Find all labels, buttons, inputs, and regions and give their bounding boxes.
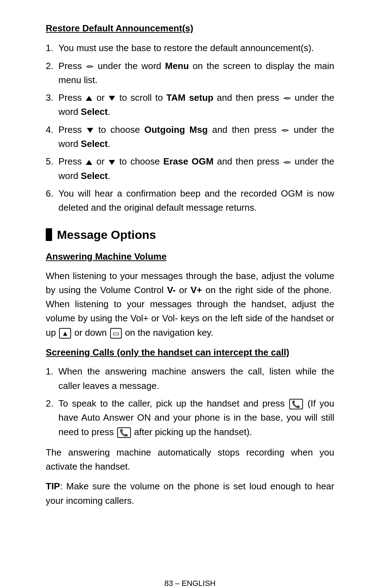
step-5-num: 5. [46, 154, 58, 168]
select-button-icon-4 [281, 129, 289, 131]
v-minus: V- [167, 285, 176, 295]
step-4-bold2: Select [81, 138, 108, 149]
step-6-num: 6. [46, 186, 58, 200]
answering-machine-volume-paragraph: When listening to your messages through … [46, 269, 334, 340]
step-3-content: Press or to scroll to TAM setup and then… [58, 91, 334, 119]
restore-step-5: 5. Press or to choose Erase OGM and then… [46, 154, 334, 183]
up-arrow-icon-5 [86, 160, 92, 165]
tip-paragraph: TIP: Make sure the volume on the phone i… [46, 479, 334, 508]
tip-label: TIP [46, 481, 60, 491]
restore-step-3: 3. Press or to scroll to TAM setup and t… [46, 91, 334, 119]
step-3-bold2: Select [81, 106, 108, 117]
step-1-content: You must use the base to restore the def… [58, 41, 334, 55]
screening-calls-title: Screening Calls (only the handset can in… [46, 345, 334, 359]
down-nav-icon: ▭ [110, 328, 122, 339]
screening-step-2-num: 2. [46, 396, 58, 410]
select-button-icon-5 [284, 161, 291, 163]
up-arrow-icon [86, 96, 92, 101]
menu-button-icon [86, 66, 93, 68]
restore-step-4: 4. Press to choose Outgoing Msg and then… [46, 123, 334, 151]
step-5-content: Press or to choose Erase OGM and then pr… [58, 154, 334, 183]
talk-button-icon-2: 📞 [117, 427, 131, 438]
screening-step-1-num: 1. [46, 364, 58, 378]
footer-text: 83 – ENGLISH [164, 579, 216, 588]
select-button-icon-3 [284, 97, 291, 99]
tip-text: : Make sure the volume on the phone is s… [46, 481, 334, 506]
step-1-num: 1. [46, 41, 58, 55]
message-options-header: Message Options [46, 225, 334, 244]
down-arrow-icon [109, 96, 115, 101]
step-3-num: 3. [46, 91, 58, 105]
talk-button-icon: 📞 [289, 399, 303, 409]
restore-section-title: Restore Default Announcement(s) [46, 21, 334, 35]
step-4-num: 4. [46, 123, 58, 137]
screening-steps-list: 1. When the answering machine answers th… [46, 364, 334, 439]
step-6-content: You will hear a confirmation beep and th… [58, 186, 334, 215]
step-4-content: Press to choose Outgoing Msg and then pr… [58, 123, 334, 151]
v-plus: V+ [191, 285, 202, 295]
down-arrow-icon-5 [109, 160, 115, 165]
auto-stop-paragraph: The answering machine automatically stop… [46, 445, 334, 474]
message-options-title: Message Options [57, 225, 156, 244]
step-4-bold1: Outgoing Msg [144, 124, 208, 135]
step-3-bold1: TAM setup [166, 92, 214, 103]
screening-step-1: 1. When the answering machine answers th… [46, 364, 334, 393]
screening-step-2: 2. To speak to the caller, pick up the h… [46, 396, 334, 439]
restore-step-6: 6. You will hear a confirmation beep and… [46, 186, 334, 215]
up-nav-icon: ▲ [59, 328, 71, 339]
step-5-bold2: Select [81, 171, 108, 181]
step-2-bold: Menu [165, 61, 189, 71]
section-marker-icon [46, 228, 52, 241]
answering-machine-volume-title: Answering Machine Volume [46, 249, 334, 264]
step-2-content: Press under the word Menu on the screen … [58, 59, 334, 87]
restore-step-2: 2. Press under the word Menu on the scre… [46, 59, 334, 87]
restore-steps-list: 1. You must use the base to restore the … [46, 41, 334, 215]
down-arrow-icon-4 [87, 128, 93, 133]
screening-step-1-content: When the answering machine answers the c… [58, 364, 334, 393]
step-5-bold1: Erase OGM [163, 156, 214, 167]
step-2-num: 2. [46, 59, 58, 73]
page-footer: 83 – ENGLISH [0, 565, 380, 588]
screening-step-2-content: To speak to the caller, pick up the hand… [58, 396, 334, 439]
restore-step-1: 1. You must use the base to restore the … [46, 41, 334, 55]
